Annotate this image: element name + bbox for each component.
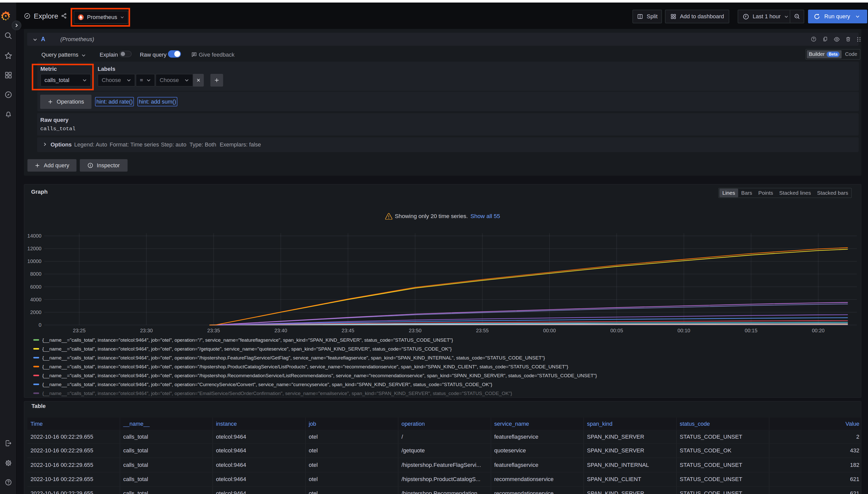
svg-text:00:20: 00:20	[812, 328, 825, 333]
svg-text:23:40: 23:40	[274, 328, 287, 333]
svg-text:00:15: 00:15	[745, 328, 758, 333]
svg-text:23:50: 23:50	[409, 328, 421, 333]
svg-text:23:55: 23:55	[476, 328, 489, 333]
svg-text:00:10: 00:10	[678, 328, 690, 333]
svg-text:8000: 8000	[30, 271, 42, 277]
svg-text:23:25: 23:25	[73, 328, 86, 333]
svg-text:23:30: 23:30	[140, 328, 153, 333]
svg-text:00:05: 00:05	[610, 328, 623, 333]
svg-text:12000: 12000	[28, 246, 42, 251]
svg-text:6000: 6000	[30, 284, 42, 290]
svg-text:4000: 4000	[30, 297, 42, 302]
svg-text:10000: 10000	[28, 259, 42, 264]
svg-text:23:35: 23:35	[207, 328, 220, 333]
svg-text:14000: 14000	[28, 233, 42, 239]
svg-text:2000: 2000	[30, 309, 42, 315]
svg-text:00:00: 00:00	[543, 328, 556, 333]
svg-text:23:45: 23:45	[342, 328, 355, 333]
svg-text:0: 0	[39, 322, 41, 328]
